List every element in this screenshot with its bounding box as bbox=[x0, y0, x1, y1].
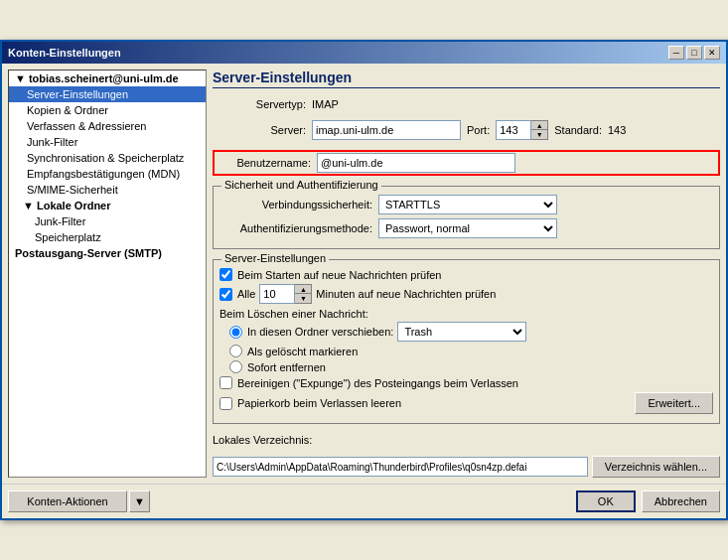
server-label: Server: bbox=[213, 124, 312, 136]
title-bar-buttons: ─ □ ✕ bbox=[668, 46, 720, 60]
empty-trash-label: Papierkorb beim Verlassen leeren bbox=[237, 397, 401, 409]
move-to-folder-radio[interactable] bbox=[229, 326, 242, 339]
remove-immediately-label: Sofort entfernen bbox=[247, 361, 326, 373]
port-down-button[interactable]: ▼ bbox=[531, 130, 547, 139]
interval-up-button[interactable]: ▲ bbox=[295, 285, 311, 294]
dialog-body: ▼ tobias.scheinert@uni-ulm.de Server-Ein… bbox=[2, 64, 726, 484]
section-title: Server-Einstellungen bbox=[213, 70, 720, 88]
sidebar-item-smime[interactable]: S/MIME-Sicherheit bbox=[9, 182, 206, 198]
local-dir-input-row: Verzeichnis wählen... bbox=[213, 456, 720, 478]
right-panel: Server-Einstellungen Servertyp: IMAP Ser… bbox=[213, 70, 720, 478]
username-input[interactable] bbox=[317, 153, 515, 173]
left-panel: ▼ tobias.scheinert@uni-ulm.de Server-Ein… bbox=[8, 70, 207, 478]
expunge-row: Bereinigen ("Expunge") des Posteingangs … bbox=[219, 376, 713, 389]
title-bar: Konten-Einstellungen ─ □ ✕ bbox=[2, 42, 726, 64]
ok-button[interactable]: OK bbox=[576, 490, 636, 512]
check-interval-prefix: Alle bbox=[237, 288, 255, 300]
server-settings-content: Beim Starten auf neue Nachrichten prüfen… bbox=[219, 268, 713, 414]
servertype-row: Servertyp: IMAP bbox=[213, 98, 720, 110]
interval-spinner[interactable]: ▲ ▼ bbox=[259, 284, 312, 304]
server-settings-legend: Server-Einstellungen bbox=[221, 252, 329, 264]
account-actions-dropdown[interactable]: ▼ bbox=[129, 490, 150, 512]
dialog-window: Konten-Einstellungen ─ □ ✕ ▼ tobias.sche… bbox=[0, 40, 728, 520]
remove-immediately-row: Sofort entfernen bbox=[219, 360, 713, 373]
port-input[interactable] bbox=[496, 120, 531, 140]
local-dir-label: Lokales Verzeichnis: bbox=[213, 434, 312, 446]
check-interval-suffix: Minuten auf neue Nachrichten prüfen bbox=[316, 288, 496, 300]
tree-local-folders-root[interactable]: ▼ Lokale Ordner bbox=[9, 198, 206, 213]
auth-method-label: Authentifizierungsmethode: bbox=[219, 222, 378, 234]
connection-security-row: Verbindungssicherheit: STARTTLS bbox=[219, 195, 713, 214]
tree-account-root[interactable]: ▼ tobias.scheinert@uni-ulm.de bbox=[9, 70, 206, 86]
sidebar-item-compose-addressing[interactable]: Verfassen & Adressieren bbox=[9, 118, 206, 134]
server-row: Server: Port: ▲ ▼ Standard: 143 bbox=[213, 120, 720, 140]
empty-trash-row: Papierkorb beim Verlassen leeren Erweite… bbox=[219, 392, 713, 414]
local-dir-input[interactable] bbox=[213, 457, 588, 477]
mark-deleted-label: Als gelöscht markieren bbox=[247, 346, 358, 357]
security-content: Verbindungssicherheit: STARTTLS Authenti… bbox=[219, 195, 713, 238]
username-label: Benutzername: bbox=[218, 157, 317, 169]
check-startup-label: Beim Starten auf neue Nachrichten prüfen bbox=[237, 269, 441, 281]
port-spinner[interactable]: ▲ ▼ bbox=[496, 120, 548, 140]
expunge-label: Bereinigen ("Expunge") des Posteingangs … bbox=[237, 377, 518, 389]
sidebar-item-sync-storage[interactable]: Synchronisation & Speicherplatz bbox=[9, 150, 206, 166]
account-actions-button[interactable]: Konten-Aktionen bbox=[8, 490, 127, 512]
interval-input[interactable] bbox=[259, 284, 295, 304]
port-up-button[interactable]: ▲ bbox=[531, 121, 547, 130]
servertype-label: Servertyp: bbox=[213, 98, 312, 110]
auth-method-row: Authentifizierungsmethode: Passwort, nor… bbox=[219, 218, 713, 238]
maximize-button[interactable]: □ bbox=[686, 46, 702, 60]
dialog-title: Konten-Einstellungen bbox=[8, 47, 121, 59]
security-groupbox: Sicherheit und Authentifizierung Verbind… bbox=[213, 186, 720, 249]
check-interval-row: Alle ▲ ▼ Minuten auf neue Nachrichten pr… bbox=[219, 284, 713, 304]
connection-security-select[interactable]: STARTTLS bbox=[378, 195, 557, 214]
sidebar-item-local-junk[interactable]: Junk-Filter bbox=[9, 213, 206, 229]
remove-immediately-radio[interactable] bbox=[229, 360, 242, 373]
close-button[interactable]: ✕ bbox=[704, 46, 720, 60]
standard-label: Standard: bbox=[554, 124, 602, 136]
port-label: Port: bbox=[467, 124, 490, 136]
bottom-panel: Konten-Aktionen ▼ OK Abbrechen bbox=[2, 484, 726, 518]
bottom-right: OK Abbrechen bbox=[576, 490, 720, 512]
check-startup-checkbox[interactable] bbox=[219, 268, 232, 281]
sidebar-item-junk-filter[interactable]: Junk-Filter bbox=[9, 134, 206, 150]
sidebar-item-smtp[interactable]: Postausgang-Server (SMTP) bbox=[9, 245, 206, 261]
trash-folder-select[interactable]: Trash bbox=[397, 322, 526, 342]
minimize-button[interactable]: ─ bbox=[668, 46, 684, 60]
port-spinner-buttons: ▲ ▼ bbox=[531, 120, 548, 140]
username-row: Benutzername: bbox=[213, 150, 720, 176]
sidebar-item-local-storage[interactable]: Speicherplatz bbox=[9, 229, 206, 245]
connection-security-label: Verbindungssicherheit: bbox=[219, 199, 378, 210]
servertype-value: IMAP bbox=[312, 98, 339, 110]
interval-down-button[interactable]: ▼ bbox=[295, 294, 311, 303]
sidebar-item-receipts[interactable]: Empfangsbestätigungen (MDN) bbox=[9, 166, 206, 182]
server-input[interactable] bbox=[312, 120, 461, 140]
expunge-checkbox[interactable] bbox=[219, 376, 232, 389]
sidebar-item-server-settings[interactable]: Server-Einstellungen bbox=[9, 86, 206, 102]
check-startup-row: Beim Starten auf neue Nachrichten prüfen bbox=[219, 268, 713, 281]
empty-trash-checkbox[interactable] bbox=[219, 397, 232, 410]
standard-value: 143 bbox=[608, 124, 626, 136]
choose-dir-button[interactable]: Verzeichnis wählen... bbox=[592, 456, 720, 478]
local-dir-row: Lokales Verzeichnis: bbox=[213, 434, 720, 446]
bottom-left: Konten-Aktionen ▼ bbox=[8, 490, 150, 512]
move-to-folder-row: In diesen Ordner verschieben: Trash bbox=[219, 322, 713, 342]
delete-section-label: Beim Löschen einer Nachricht: bbox=[219, 308, 713, 320]
interval-spinner-buttons: ▲ ▼ bbox=[295, 284, 312, 304]
mark-deleted-row: Als gelöscht markieren bbox=[219, 345, 713, 357]
check-interval-checkbox[interactable] bbox=[219, 288, 232, 301]
sidebar-item-copies-folders[interactable]: Kopien & Ordner bbox=[9, 102, 206, 118]
advanced-button[interactable]: Erweitert... bbox=[635, 392, 713, 414]
empty-trash-left: Papierkorb beim Verlassen leeren bbox=[219, 397, 401, 410]
server-settings-groupbox: Server-Einstellungen Beim Starten auf ne… bbox=[213, 259, 720, 424]
move-to-folder-label: In diesen Ordner verschieben: bbox=[247, 326, 393, 338]
mark-deleted-radio[interactable] bbox=[229, 345, 242, 357]
cancel-button[interactable]: Abbrechen bbox=[642, 490, 720, 512]
auth-method-select[interactable]: Passwort, normal bbox=[378, 218, 557, 238]
security-legend: Sicherheit und Authentifizierung bbox=[221, 179, 381, 191]
